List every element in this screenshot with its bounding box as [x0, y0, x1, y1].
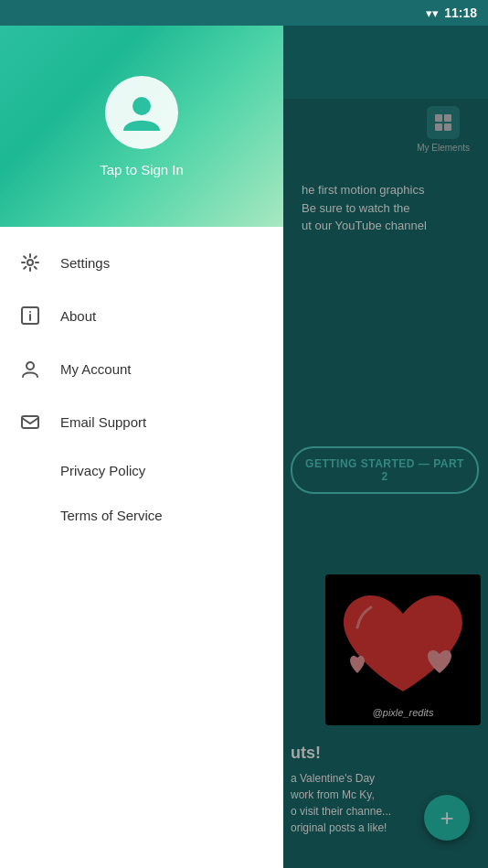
svg-point-8 [27, 260, 33, 265]
privacy-policy-label: Privacy Policy [60, 463, 145, 478]
avatar-icon [119, 90, 164, 135]
email-support-label: Email Support [60, 414, 146, 430]
about-label: About [60, 308, 96, 324]
avatar[interactable] [105, 76, 178, 149]
svg-rect-13 [22, 416, 38, 428]
email-support-icon [18, 410, 42, 434]
my-account-label: My Account [60, 361, 132, 377]
time-display: 11:18 [444, 5, 477, 20]
svg-point-11 [29, 311, 31, 313]
menu-item-about[interactable]: About [0, 289, 283, 342]
svg-point-12 [27, 362, 34, 370]
status-bar: ▾▾ 11:18 [0, 0, 488, 26]
about-icon [18, 304, 42, 327]
svg-point-7 [133, 97, 151, 115]
my-account-icon [18, 357, 42, 380]
menu-item-email-support[interactable]: Email Support [0, 395, 283, 448]
menu-item-terms-of-service[interactable]: Terms of Service [0, 493, 283, 538]
menu-item-settings[interactable]: Settings [0, 236, 283, 289]
wifi-icon: ▾▾ [426, 6, 439, 20]
terms-of-service-label: Terms of Service [60, 508, 163, 523]
settings-label: Settings [60, 255, 110, 271]
drawer-header[interactable]: Tap to Sign In [0, 26, 283, 227]
settings-icon [18, 251, 42, 274]
navigation-drawer: Tap to Sign In Settings About [0, 26, 283, 868]
menu-item-privacy-policy[interactable]: Privacy Policy [0, 448, 283, 493]
tap-to-sign-in: Tap to Sign In [100, 162, 184, 177]
drawer-menu: Settings About My Account [0, 227, 283, 868]
menu-item-my-account[interactable]: My Account [0, 342, 283, 395]
